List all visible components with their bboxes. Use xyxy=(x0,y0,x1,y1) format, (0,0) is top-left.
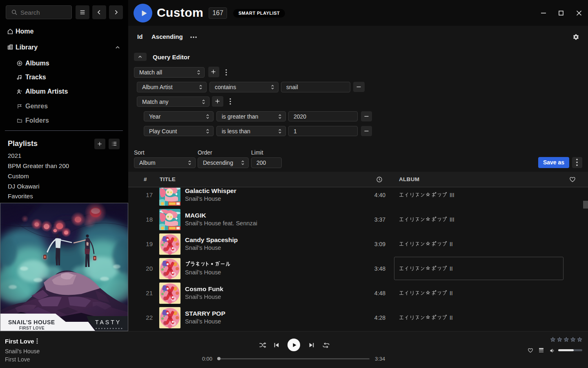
svg-text:SNAIL’S HOUSE: SNAIL’S HOUSE xyxy=(8,319,55,325)
svg-text:TASTY: TASTY xyxy=(95,319,121,325)
svg-text:■■■■■■■■■■: ■■■■■■■■■■ xyxy=(96,327,124,330)
svg-text:FIRST LOVE: FIRST LOVE xyxy=(19,326,45,330)
